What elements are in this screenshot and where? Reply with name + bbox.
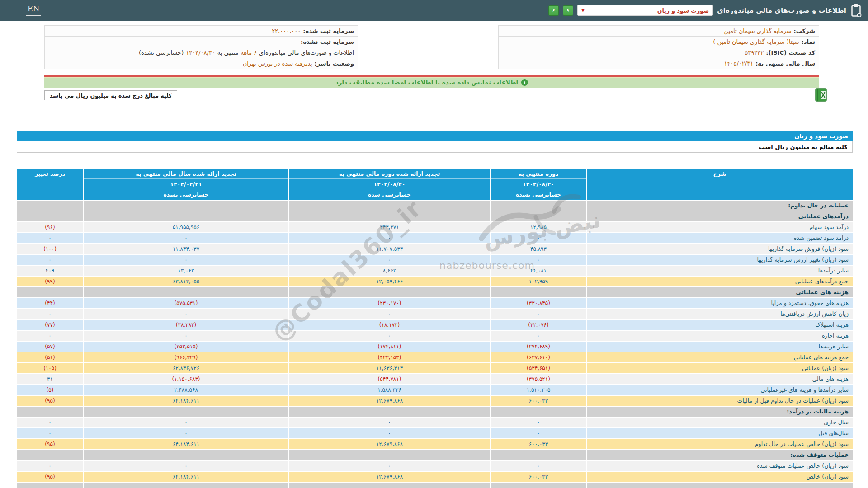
value-cell: ۶۴,۱۸۴,۶۱۱ <box>84 472 288 482</box>
table-body: عملیات در حال تداوم:درآمدهای عملیاتیدرآم… <box>17 201 853 488</box>
excel-export-icon[interactable] <box>815 88 828 102</box>
value-cell: ۰ <box>491 255 586 265</box>
info-value: سرمایه گذاری سیمان تامین <box>724 28 791 34</box>
value-cell: (۲۷۴,۶۸۹) <box>491 342 586 352</box>
value-cell: (۱۰۰) <box>17 244 83 254</box>
value-cell: ۳۱ <box>17 374 83 384</box>
header-date: ۱۴۰۳/۰۸/۳۰ <box>289 179 490 189</box>
row-label: سود (زیان) فروش سرمایه گذاریها <box>587 244 853 254</box>
header-col-description: شرح <box>587 169 853 200</box>
header-audit-status: حسابرسی شده <box>289 189 490 200</box>
value-cell: ۴۴,۰۸۱ <box>491 266 586 276</box>
row-label: سایر هزینه‌ها <box>587 342 853 352</box>
value-cell: ۱,۵۱۰,۲۰۵ <box>491 385 586 395</box>
value-cell: ۴۵,۸۹۳ <box>491 244 586 254</box>
info-text-accent: ۱۴۰۴/۰۸/۳۰ <box>186 49 215 56</box>
info-value: ۵۳۹۴۴۲ <box>745 49 764 56</box>
header-text: دوره منتهی به <box>491 169 586 179</box>
value-cell: ۱۲,۶۷۹,۸۶۸ <box>289 439 490 449</box>
value-cell: ۸,۶۶۲ <box>289 266 490 276</box>
value-cell: (۵) <box>17 385 83 395</box>
value-cell <box>84 211 288 221</box>
value-cell: (۳۵۲,۵۱۵) <box>84 342 288 352</box>
period-description-row: اطلاعات و صورت‌های مالی میاندوره‌ای ۶ ما… <box>44 47 358 58</box>
header-audit-status: حسابرسی نشده <box>491 189 586 200</box>
value-cell: ۰ <box>289 255 490 265</box>
table-row: هزینه های مالی(۳۷۵,۵۲۱)(۵۴۴,۷۸۱)(۱,۱۵۰,۶… <box>17 374 853 384</box>
value-cell: ۰ <box>84 309 288 319</box>
clipboard-icon <box>850 4 862 17</box>
value-cell: ۰ <box>289 233 490 243</box>
top-navbar: EN اطلاعات و صورت‌های مالی میاندوره‌ای ص… <box>0 0 868 21</box>
value-cell <box>17 450 83 460</box>
value-cell: ۰ <box>289 309 490 319</box>
info-text: (حسابرسی نشده) <box>139 49 184 56</box>
info-value: ۰ <box>295 38 298 45</box>
row-label: هزینه های حقوق، دستمزد و مزایا <box>587 298 853 308</box>
unregistered-capital-row: سرمایه ثبت نشده: ۰ <box>44 36 358 47</box>
value-cell: ۰ <box>491 331 586 341</box>
row-label: سود (زیان) خالص عملیات در حال تداوم <box>587 439 853 449</box>
value-cell: ۵۱,۹۵۵,۹۵۶ <box>84 222 288 232</box>
row-label: سال جاری <box>587 418 853 427</box>
value-cell: ۰ <box>84 331 288 341</box>
isic-row: کد صنعت (ISIC): ۵۳۹۴۴۲ <box>498 47 819 58</box>
value-cell: ۰ <box>84 233 288 243</box>
row-label: سود (زیان) خالص <box>587 472 853 482</box>
row-label: سود (زیان) عملیات در حال تداوم قبل از ما… <box>587 396 853 406</box>
value-cell: ۶۰۰,۰۳۳ <box>491 439 586 449</box>
value-cell: ۶۲,۸۴۶,۷۲۶ <box>84 363 288 373</box>
next-report-button[interactable]: › <box>563 5 573 16</box>
info-text-accent: ۶ ماهه <box>241 49 257 56</box>
report-type-select[interactable]: صورت سود و زیان ▼ <box>577 5 713 16</box>
value-cell: ۰ <box>17 461 83 471</box>
value-cell: ۰ <box>491 418 586 427</box>
section-row: عملیات در حال تداوم: <box>17 201 853 211</box>
value-cell: ۰ <box>17 331 83 341</box>
value-cell: ۱۰۲,۹۵۹ <box>491 277 586 286</box>
value-cell <box>84 287 288 297</box>
value-cell <box>17 201 83 211</box>
prev-report-button[interactable]: ‹ <box>548 5 559 16</box>
page-title: اطلاعات و صورت‌های مالی میاندوره‌ای <box>717 6 846 14</box>
value-cell <box>491 201 586 211</box>
row-label: هزینه اجاره <box>587 331 853 341</box>
section-row: هزینه های عملیاتی <box>17 287 853 297</box>
row-label: هزینه مالیات بر درآمد: <box>587 407 853 417</box>
value-cell <box>491 450 586 460</box>
table-row: سود (زیان) خالص عملیات متوقف شده۰۰۰۰ <box>17 461 853 471</box>
value-cell <box>289 211 490 221</box>
value-cell: ۱۱,۸۴۴,۰۳۷ <box>84 244 288 254</box>
value-cell: ۰ <box>17 233 83 243</box>
table-row: سود (زیان) خالص۶۰۰,۰۳۳۱۲,۶۷۹,۸۶۸۶۴,۱۸۴,۶… <box>17 472 853 482</box>
row-label: سایر درآمدها و هزینه های غیرعملیاتی <box>587 385 853 395</box>
value-cell: (۹۶۶,۳۲۹) <box>84 352 288 362</box>
value-cell <box>289 450 490 460</box>
value-cell: (۴۴) <box>17 298 83 308</box>
value-cell: ۱۲,۹۸۵ <box>491 222 586 232</box>
income-statement-table: شرح دوره منتهی به ۱۴۰۴/۰۸/۳۰ حسابرسی نشد… <box>17 169 853 488</box>
info-label: وضعیت ناشر: <box>315 60 354 67</box>
header-date: ۱۴۰۴/۰۸/۳۰ <box>491 179 586 189</box>
value-cell: ۱,۵۸۸,۳۳۶ <box>289 385 490 395</box>
table-row: درآمد سود سهام۱۲,۹۸۵۳۴۳,۲۷۱۵۱,۹۵۵,۹۵۶(۹۶… <box>17 222 853 232</box>
value-cell <box>491 211 586 221</box>
section-row: هزینه مالیات بر درآمد: <box>17 407 853 417</box>
language-toggle-en[interactable]: EN <box>26 5 41 16</box>
table-row: سود (زیان) عملیاتی(۵۳۴,۶۵۱)۱۱,۶۳۶,۳۱۳۶۲,… <box>17 363 853 373</box>
row-label <box>587 483 853 488</box>
header-col-restated-period: تجدید ارائه شده دوره مالی منتهی به ۱۴۰۳/… <box>289 169 490 200</box>
value-cell <box>289 483 490 488</box>
header-text: تجدید ارائه شده دوره مالی منتهی به <box>289 169 490 179</box>
value-cell: (۱۸,۱۷۲) <box>289 320 490 330</box>
value-cell <box>17 407 83 417</box>
value-cell: ۶۰۰,۰۳۳ <box>491 472 586 482</box>
value-cell: ۳۴۳,۲۷۱ <box>289 222 490 232</box>
row-label: جمع هزینه های عملیاتی <box>587 352 853 362</box>
value-cell: (۵۳۴,۶۵۱) <box>491 363 586 373</box>
value-cell: ۰ <box>84 461 288 471</box>
value-cell <box>84 483 288 488</box>
company-row: شرکت: سرمایه گذاری سیمان تامین <box>498 25 819 37</box>
table-header: شرح دوره منتهی به ۱۴۰۴/۰۸/۳۰ حسابرسی نشد… <box>17 169 853 200</box>
info-value: پذیرفته شده در بورس تهران <box>243 60 312 67</box>
